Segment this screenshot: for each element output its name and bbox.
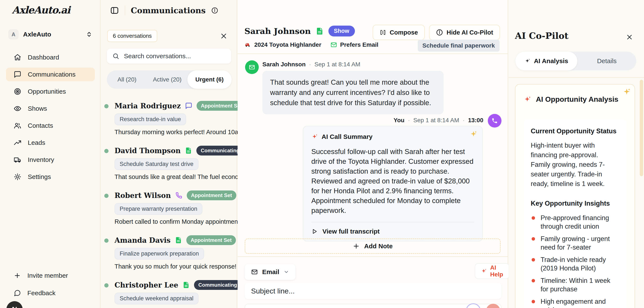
bullet-dot <box>532 279 535 282</box>
feedback-button[interactable]: Feedback <box>6 286 95 300</box>
conversation-row-robert[interactable]: Robert Wilson Appointment Set Prepare wa… <box>101 186 237 231</box>
conversation-row-maria[interactable]: Maria Rodriguez Appointment Set Research… <box>101 96 237 141</box>
search-input[interactable]: Search conversations... <box>107 49 231 64</box>
chevrons-up-down-icon <box>86 31 92 37</box>
sidebar-item-shows[interactable]: Shows <box>6 102 95 115</box>
user-avatar[interactable]: N <box>6 301 23 308</box>
status-dot <box>104 104 108 108</box>
message-avatar-phone <box>488 114 502 128</box>
sidebar-item-label: Opportunities <box>28 88 66 95</box>
sparkle-gold-icon <box>470 130 478 138</box>
eye-icon <box>14 105 21 112</box>
conversation-row-christopher[interactable]: Christopher Lee Communicating Schedule w… <box>101 276 237 308</box>
preference-label: Prefers Email <box>340 41 378 48</box>
conversations-panel: Communications 6 conversations Search co… <box>101 0 237 308</box>
add-note-button[interactable]: Add Note <box>245 238 501 254</box>
thread-contact-name: Sarah Johnson <box>244 26 311 36</box>
tab-urgent[interactable]: Urgent (6) <box>188 70 232 89</box>
sparkle-red-icon <box>524 95 532 103</box>
status-badge: Appointment Set <box>187 190 236 200</box>
contact-name: Robert Wilson <box>114 191 171 200</box>
sidebar-item-label: Contacts <box>28 122 53 129</box>
subject-input[interactable]: Subject line... <box>245 283 502 299</box>
call-summary-title: AI Call Summary <box>322 133 372 140</box>
status-body: High-intent buyer with financing pre-app… <box>531 141 619 188</box>
meta-separator: · <box>408 117 410 124</box>
chat-bubble-icon <box>185 102 192 109</box>
tab-details[interactable]: Details <box>577 52 636 70</box>
channel-select[interactable]: Email <box>245 264 296 280</box>
status-dot <box>104 149 108 153</box>
message-preview: Thank you so much for your quick respons… <box>114 263 240 270</box>
message-body-input[interactable] <box>245 304 502 308</box>
sidebar-item-opportunities[interactable]: Opportunities <box>6 85 95 98</box>
message-avatar-email <box>245 60 259 74</box>
workspace-switcher[interactable]: A AxleAuto <box>8 29 92 39</box>
hide-copilot-button[interactable]: Hide AI Co-Pilot <box>429 25 500 40</box>
play-icon <box>311 228 318 235</box>
show-badge[interactable]: Show <box>328 26 355 36</box>
sidebar-item-label: Dashboard <box>28 54 59 61</box>
call-duration: 13:00 <box>468 117 483 124</box>
ai-help-button[interactable]: AI Help <box>475 263 509 279</box>
info-icon[interactable] <box>211 7 218 14</box>
tab-active[interactable]: Active (20) <box>147 70 187 89</box>
sidebar-item-settings[interactable]: Settings <box>6 170 95 184</box>
subject-placeholder: Subject line... <box>251 287 295 295</box>
compose-label: Compose <box>390 29 418 36</box>
sidebar-item-communications[interactable]: Communications <box>6 68 95 81</box>
copilot-tabs: AI Analysis Details <box>515 52 636 70</box>
task-pill: Schedule Saturday test drive <box>114 158 198 170</box>
conversation-count-badge: 6 conversations <box>107 30 157 42</box>
composer-divider <box>238 256 508 257</box>
phone-icon <box>175 192 182 199</box>
hide-copilot-label: Hide AI Co-Pilot <box>446 29 493 36</box>
insights-heading: Key Opportunity Insights <box>531 200 619 207</box>
sidebar-item-dashboard[interactable]: Dashboard <box>6 51 95 64</box>
inbound-meta: Sarah Johnson · Sep 1 at 8:14 AM <box>262 61 360 68</box>
contact-name: Maria Rodriguez <box>114 102 181 110</box>
tab-ai-analysis[interactable]: AI Analysis <box>515 52 577 70</box>
sidebar-item-contacts[interactable]: Contacts <box>6 119 95 133</box>
invite-member-button[interactable]: Invite member <box>6 269 95 282</box>
conversation-row-amanda[interactable]: Amanda Davis Appointment Set Finalize pa… <box>101 231 237 276</box>
plus-icon <box>352 243 360 250</box>
close-icon[interactable] <box>626 33 633 41</box>
sidebar-item-label: Shows <box>28 105 47 112</box>
filter-tabs: All (20) Active (20) Urgent (6) <box>107 70 232 89</box>
conversation-row-david[interactable]: David Thompson Communicating Schedule Sa… <box>101 141 237 186</box>
next-step-pill[interactable]: Schedule final paperwork <box>418 40 500 52</box>
compose-button[interactable]: Compose <box>373 25 425 40</box>
sidebar-item-leads[interactable]: Leads <box>6 136 95 150</box>
task-pill: Research trade-in value <box>114 114 186 125</box>
contact-name: Christopher Lee <box>114 281 178 289</box>
insight-item: Timeline: Within 1 week for purchase <box>531 277 619 294</box>
tab-all[interactable]: All (20) <box>107 70 147 89</box>
workspace-name: AxleAuto <box>23 31 81 38</box>
copilot-divider <box>508 77 644 78</box>
vehicle-label: 2024 Toyota Highlander <box>254 41 321 48</box>
workspace-avatar: A <box>8 29 18 39</box>
sparkle-red-icon <box>481 268 487 274</box>
sparkle-gold-icon <box>622 87 631 96</box>
info-icon <box>436 29 443 36</box>
document-icon <box>185 147 192 154</box>
contact-name: David Thompson <box>114 147 180 155</box>
sidebar-toggle-icon[interactable] <box>110 6 119 15</box>
sparkle-dark-icon <box>524 58 530 64</box>
copilot-title: AI Co-Pilot <box>515 31 568 41</box>
gear-icon <box>14 173 21 181</box>
thread-panel: Sarah Johnson Show Compose Hide AI Co-Pi… <box>238 0 508 308</box>
view-transcript-link[interactable]: View full transcript <box>311 228 474 235</box>
message-time: Sep 1 at 8:14 AM <box>413 117 459 124</box>
feedback-label: Feedback <box>27 290 56 297</box>
sidebar-item-inventory[interactable]: Inventory <box>6 153 95 166</box>
sparkle-red-icon <box>311 133 318 140</box>
bullet-dot <box>532 300 535 303</box>
chevron-down-icon <box>284 269 289 275</box>
insight-item: Pre-approved financing through credit un… <box>531 214 619 231</box>
status-heading: Current Opportunity Status <box>531 127 619 135</box>
scrollbar-thumb[interactable] <box>640 80 643 176</box>
close-icon[interactable] <box>220 32 228 40</box>
sidebar-item-label: Settings <box>28 173 51 180</box>
